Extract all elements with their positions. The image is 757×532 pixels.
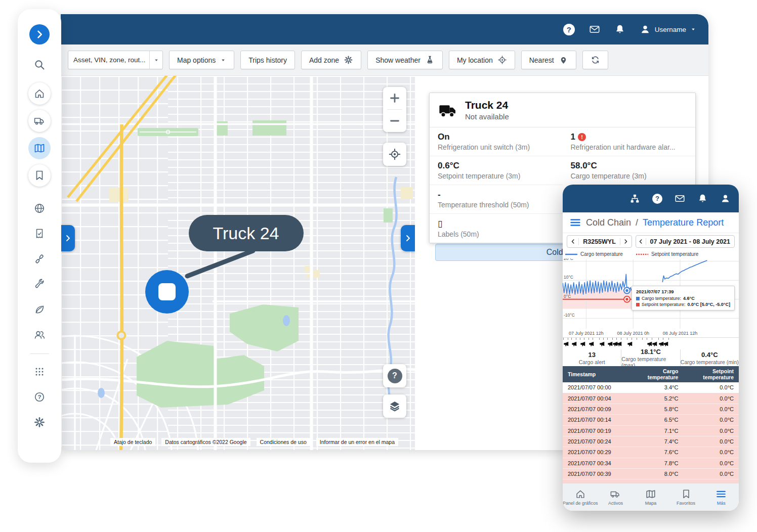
map-attribution-item[interactable]: Atajo de teclado	[110, 438, 155, 446]
map-help-button[interactable]: ?	[383, 364, 406, 387]
show-weather-button[interactable]: Show weather	[367, 51, 443, 69]
map-canvas[interactable]: Truck 24	[61, 76, 415, 450]
megaphone-icon[interactable]	[663, 341, 669, 347]
table-row[interactable]: 2021/07/07 00:297.6°C0.0°C	[563, 447, 739, 458]
sidebar-item-eco[interactable]	[33, 303, 46, 316]
search-icon	[33, 59, 46, 71]
globe-icon	[33, 202, 46, 214]
chevron-down-icon[interactable]	[149, 51, 162, 69]
sidebar-item-expand[interactable]	[29, 24, 50, 45]
asset-search-input[interactable]: Asset, VIN, zone, rout...	[68, 56, 149, 64]
sidebar-item-reports[interactable]	[33, 228, 46, 240]
megaphone-icon[interactable]	[580, 341, 586, 347]
apps-icon	[33, 366, 46, 378]
map-options-button[interactable]: Map options	[169, 51, 234, 69]
menu-icon[interactable]	[569, 216, 581, 229]
breadcrumb-page[interactable]: Temperature Report	[643, 217, 724, 228]
trips-history-button[interactable]: Trips history	[240, 51, 295, 69]
megaphone-icon[interactable]	[571, 341, 577, 347]
user-icon[interactable]	[720, 193, 731, 204]
asset-search-combo: Asset, VIN, zone, rout...	[68, 51, 163, 69]
table-row[interactable]: 2021/07/07 00:095.8°C0.0°C	[563, 404, 739, 414]
prev-asset-button[interactable]	[567, 236, 578, 247]
breadcrumb-section[interactable]: Cold Chain	[586, 217, 631, 228]
sidebar-item-apps[interactable]	[33, 366, 46, 378]
receipt-icon	[33, 228, 46, 240]
table-row[interactable]: 2021/07/07 00:398.0°C0.0°C	[563, 469, 739, 479]
table-row[interactable]: 2021/07/07 00:146.5°C0.0°C	[563, 415, 739, 425]
svg-text:0°C: 0°C	[564, 294, 571, 299]
sitemap-icon[interactable]	[629, 193, 640, 204]
table-row[interactable]: 2021/07/07 00:003.4°C0.0°C	[563, 382, 739, 393]
table-row[interactable]: 2021/07/07 00:197.1°C0.0°C	[563, 425, 739, 436]
temperature-chart[interactable]: 20°C10°C0°C-10°C07 July 2021 12h08 July …	[563, 258, 739, 337]
table-row[interactable]: 2021/07/07 00:045.2°C0.0°C	[563, 393, 739, 404]
sidebar-item-search[interactable]	[33, 59, 46, 71]
nav-item-m-s[interactable]: Más	[703, 489, 739, 506]
user-menu[interactable]: Username	[640, 24, 696, 35]
nav-item-favoritos[interactable]: Favoritos	[668, 489, 704, 506]
bell-icon[interactable]	[697, 193, 708, 204]
help-icon[interactable]: ?	[652, 194, 662, 204]
map-locate-button[interactable]	[383, 143, 406, 166]
sidebar-item-users[interactable]	[33, 329, 46, 341]
sidebar	[18, 9, 61, 463]
metric-value: 0.6°C	[438, 161, 555, 171]
bell-icon[interactable]	[614, 24, 625, 35]
caret-down-icon	[690, 26, 696, 32]
sidebar-item-assets[interactable]	[28, 110, 51, 132]
app-header: ? Username	[61, 14, 708, 45]
help-icon[interactable]: ?	[563, 24, 575, 35]
sidebar-item-help[interactable]	[33, 391, 46, 403]
mail-icon[interactable]	[589, 24, 600, 35]
expand-right-panel-button[interactable]	[401, 225, 415, 251]
add-zone-button[interactable]: Add zone	[301, 51, 361, 69]
stat-cargo-alert: 13Cargo alert	[563, 349, 621, 366]
sidebar-item-home[interactable]	[28, 82, 51, 105]
next-asset-button[interactable]	[620, 236, 632, 247]
megaphone-icon[interactable]	[599, 341, 605, 347]
my-location-button[interactable]: My location	[449, 51, 515, 69]
prev-range-button[interactable]	[636, 236, 646, 247]
megaphone-icon[interactable]	[563, 341, 569, 347]
sidebar-item-settings[interactable]	[33, 416, 46, 428]
sidebar-item-connections[interactable]	[33, 253, 46, 265]
sidebar-item-favorites[interactable]	[28, 164, 51, 187]
megaphone-icon[interactable]	[652, 341, 658, 347]
alert-timeline[interactable]	[563, 337, 739, 349]
megaphone-icon[interactable]	[616, 341, 622, 347]
megaphone-icon[interactable]	[627, 341, 633, 347]
table-row[interactable]: 2021/07/07 00:347.8°C0.0°C	[563, 458, 739, 468]
truck-marker[interactable]	[145, 270, 189, 314]
table-row[interactable]: 2021/07/07 00:247.4°C0.0°C	[563, 436, 739, 447]
table-row[interactable]: 2021/07/07 00:447.6°C0.0°C	[563, 479, 739, 483]
megaphone-icon[interactable]	[588, 341, 595, 347]
refresh-button[interactable]	[582, 51, 608, 69]
expand-left-panel-button[interactable]	[61, 225, 75, 251]
mail-icon[interactable]	[675, 193, 685, 204]
refresh-icon	[591, 55, 600, 65]
sidebar-item-maintenance[interactable]	[33, 278, 46, 290]
zoom-in-button[interactable]	[383, 87, 406, 109]
sidebar-item-globe[interactable]	[33, 202, 46, 214]
nav-item-mapa[interactable]: Mapa	[633, 489, 668, 506]
map-icon	[645, 489, 656, 500]
tooltip-line: Cargo temperature: 4.6°C	[636, 295, 730, 301]
zoom-out-button[interactable]	[383, 110, 406, 132]
map-layers-button[interactable]	[383, 394, 406, 418]
nav-item-panel-de-gr-ficos[interactable]: Panel de gráficos	[563, 489, 598, 506]
metric-label: Cargo temperature (3m)	[571, 172, 688, 180]
nav-item-activos[interactable]: Activos	[598, 489, 634, 506]
map-attribution-item[interactable]: Datos cartográficos ©2022 Google	[161, 438, 250, 446]
map[interactable]: Truck 24 ?	[61, 76, 415, 450]
nearest-button[interactable]: Nearest	[521, 51, 576, 69]
show-weather-button-label: Show weather	[375, 56, 420, 64]
sidebar-item-map[interactable]	[28, 137, 51, 159]
legend-item: Setpoint temperature	[636, 251, 698, 257]
map-attribution-item[interactable]: Informar de un error en el mapa	[316, 438, 398, 446]
map-attribution: Atajo de tecladoDatos cartográficos ©202…	[110, 438, 398, 446]
link-icon	[33, 253, 46, 265]
map-attribution-item[interactable]: Condiciones de uso	[257, 438, 310, 446]
report-table-area[interactable]: TimestampCargo temperatureSetpoint tempe…	[563, 366, 739, 483]
menu-icon	[716, 489, 727, 500]
